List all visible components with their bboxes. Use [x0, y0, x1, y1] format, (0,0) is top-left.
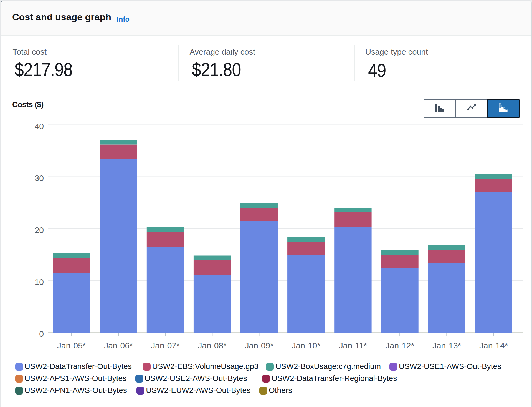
svg-text:10: 10: [35, 277, 44, 287]
svg-text:40: 40: [35, 122, 44, 131]
svg-text:Jan-14*: Jan-14*: [479, 341, 508, 350]
svg-text:Jan-12*: Jan-12*: [386, 341, 414, 350]
svg-text:20: 20: [35, 225, 44, 235]
svg-text:Jan-06*: Jan-06*: [104, 341, 133, 350]
svg-text:Jan-09*: Jan-09*: [245, 341, 273, 350]
svg-text:Jan-08*: Jan-08*: [198, 341, 227, 350]
svg-text:Jan-10*: Jan-10*: [292, 341, 321, 350]
svg-text:Jan-11*: Jan-11*: [339, 341, 367, 350]
svg-text:Jan-05*: Jan-05*: [57, 341, 86, 350]
svg-text:Jan-07*: Jan-07*: [151, 341, 180, 350]
svg-text:Jan-13*: Jan-13*: [432, 341, 461, 350]
svg-text:30: 30: [35, 174, 44, 183]
svg-text:0: 0: [39, 329, 44, 338]
